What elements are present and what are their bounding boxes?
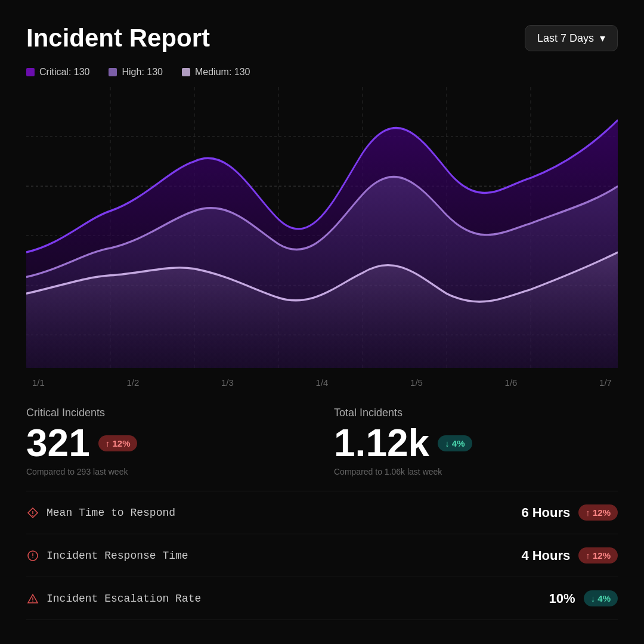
total-value: 1.12k <box>334 424 429 462</box>
total-incidents-card: Total Incidents 1.12k ↓ 4% Compared to 1… <box>334 407 618 476</box>
critical-badge: ↑ 12% <box>98 435 138 451</box>
legend-medium: Medium: 130 <box>182 67 250 78</box>
ier-value: 10% <box>549 591 575 606</box>
circle-warning-icon <box>26 549 39 562</box>
triangle-warning-icon <box>26 592 39 605</box>
time-selector-button[interactable]: Last 7 Days ▾ <box>525 25 618 51</box>
mtr-badge: ↑ 12% <box>578 504 618 521</box>
x-label-0: 1/1 <box>32 377 45 388</box>
irt-value: 4 Hours <box>521 548 570 564</box>
metric-rows: Mean Time to Respond 6 Hours ↑ 12% Incid… <box>26 491 618 620</box>
ier-row: Incident Escalation Rate 10% ↓ 4% <box>26 577 618 620</box>
critical-value: 321 <box>26 424 90 462</box>
irt-label: Incident Response Time <box>47 550 188 562</box>
x-axis: 1/1 1/2 1/3 1/4 1/5 1/6 1/7 <box>26 373 618 388</box>
diamond-warning-icon <box>26 506 39 519</box>
legend-high: High: 130 <box>109 67 163 78</box>
chevron-down-icon: ▾ <box>600 32 605 45</box>
chart-legend: Critical: 130 High: 130 Medium: 130 <box>26 67 618 78</box>
page-title: Incident Report <box>26 24 210 52</box>
total-badge: ↓ 4% <box>438 435 472 451</box>
total-sub: Compared to 1.06k last week <box>334 467 618 476</box>
x-label-5: 1/6 <box>505 377 518 388</box>
line-chart <box>26 87 618 368</box>
irt-badge: ↑ 12% <box>578 547 618 564</box>
x-label-2: 1/3 <box>221 377 234 388</box>
time-selector-label: Last 7 Days <box>537 32 594 45</box>
total-label: Total Incidents <box>334 407 618 419</box>
mtr-label: Mean Time to Respond <box>47 507 175 519</box>
x-label-4: 1/5 <box>410 377 423 388</box>
svg-point-16 <box>32 557 33 558</box>
x-label-1: 1/2 <box>127 377 140 388</box>
ier-label: Incident Escalation Rate <box>47 593 201 605</box>
mtr-row: Mean Time to Respond 6 Hours ↑ 12% <box>26 491 618 534</box>
svg-point-13 <box>32 515 33 516</box>
ier-badge: ↓ 4% <box>584 590 618 606</box>
x-label-6: 1/7 <box>599 377 612 388</box>
mtr-value: 6 Hours <box>521 505 570 521</box>
critical-sub: Compared to 293 last week <box>26 467 310 476</box>
x-label-3: 1/4 <box>316 377 329 388</box>
critical-label: Critical Incidents <box>26 407 310 419</box>
svg-point-19 <box>32 601 33 602</box>
legend-critical: Critical: 130 <box>26 67 89 78</box>
irt-row: Incident Response Time 4 Hours ↑ 12% <box>26 534 618 577</box>
critical-incidents-card: Critical Incidents 321 ↑ 12% Compared to… <box>26 407 310 476</box>
